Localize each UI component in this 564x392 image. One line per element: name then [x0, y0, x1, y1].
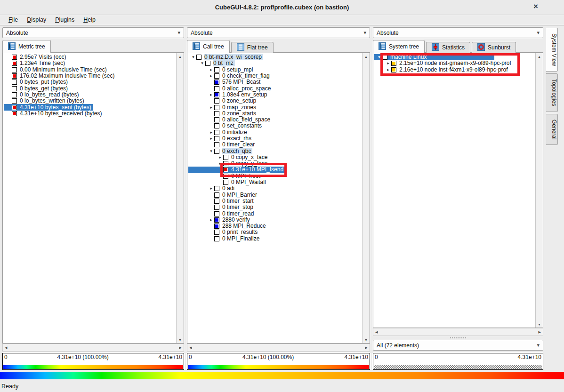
tree-row[interactable]: 288 MPI_Reduce [188, 223, 267, 229]
tree-row[interactable]: 0 MPI_Irecv [188, 173, 263, 179]
system-panel: Absolute ▾ System treeStatisticsSunburst… [373, 27, 543, 370]
tree-row[interactable]: 2.95e7 Visits (occ) [4, 54, 68, 60]
tree-row[interactable]: ▸1.08e4 env_setup [188, 92, 268, 98]
menu-help[interactable]: Help [79, 16, 100, 24]
tree-row[interactable]: 0 timer_start [188, 198, 255, 204]
scroll-right-icon[interactable]: ▶ [539, 330, 541, 334]
scroll-down-icon[interactable]: ▼ [177, 336, 184, 343]
tab-sunburst[interactable]: Sunburst [472, 42, 516, 53]
splitter-handle[interactable] [373, 336, 543, 339]
tree-row[interactable]: 0 io_bytes_written (bytes) [4, 98, 86, 104]
tree-row[interactable]: ▸0 adi [188, 185, 236, 192]
scroll-left-icon[interactable]: ◀ [189, 346, 192, 350]
expander-closed-icon[interactable]: ▸ [208, 92, 214, 98]
metric-vertical-scrollbar[interactable]: ▲ ▼ [176, 53, 184, 343]
tree-row[interactable]: 0.00 Minimum Inclusive Time (sec) [4, 67, 108, 73]
expander-closed-icon[interactable]: ▸ [217, 154, 223, 160]
tree-row[interactable]: 1.23e4 Time (sec) [4, 60, 66, 66]
tree-row[interactable]: 0 io_bytes_read (bytes) [4, 92, 80, 98]
tree-row[interactable]: 0 alloc_field_space [188, 117, 272, 123]
expander-open-icon[interactable]: ▾ [190, 54, 196, 60]
tree-row[interactable]: 4.31e+10 bytes_sent (bytes) [4, 104, 93, 110]
expander-closed-icon[interactable]: ▸ [208, 67, 214, 73]
expander-open-icon[interactable]: ▾ [208, 148, 214, 154]
call-vertical-scrollbar[interactable]: ▲ ▼ [362, 53, 370, 343]
tree-row[interactable]: ▸2880 verify [188, 217, 251, 223]
scroll-down-icon[interactable]: ▼ [363, 336, 370, 343]
scroll-up-icon[interactable]: ▲ [536, 53, 543, 60]
expander-closed-icon[interactable]: ▸ [208, 104, 214, 111]
call-horizontal-scrollbar[interactable]: ◀ ▶ [187, 344, 370, 352]
scroll-down-icon[interactable]: ▼ [536, 321, 543, 328]
tree-row[interactable]: ▸2.16e+10 node inst-f4xm1-x9-ol89-hpc-pr… [374, 67, 509, 73]
tree-row[interactable]: 0 print_results [188, 229, 259, 235]
tree-row[interactable]: 0 timer_read [188, 210, 255, 216]
tree-row[interactable]: ▸0 copy_y_face [188, 160, 269, 167]
side-tab-general[interactable]: General [546, 114, 558, 145]
system-horizontal-scrollbar[interactable]: ◀ ▶ [373, 328, 543, 336]
tree-row[interactable]: 0 timer_stop [188, 204, 255, 210]
metric-value-mode-dropdown[interactable]: Absolute ▾ [2, 27, 184, 38]
system-value-mode-dropdown[interactable]: Absolute ▾ [373, 27, 543, 38]
expander-closed-icon[interactable]: ▸ [208, 73, 214, 79]
tree-row[interactable]: ▾0 bt_mz [188, 60, 235, 66]
tree-row[interactable]: ▸0 map_zones [188, 104, 258, 110]
menu-display[interactable]: Display [23, 16, 51, 24]
scroll-up-icon[interactable]: ▲ [363, 53, 370, 60]
tree-row[interactable]: ▾0 exch_qbc [188, 148, 252, 154]
tree-row[interactable]: 0 MPI_Finalize [188, 236, 261, 242]
tree-row[interactable]: 0 alloc_proc_space [188, 85, 272, 91]
tab-flat-tree[interactable]: Flat tree [231, 42, 274, 53]
expander-closed-icon[interactable]: ▸ [208, 185, 214, 192]
tree-row[interactable]: ▸0 copy_x_face [188, 154, 269, 160]
tree-row[interactable]: ▸0 setup_mpi [188, 67, 254, 73]
expander-closed-icon[interactable]: ▸ [208, 129, 214, 136]
scroll-left-icon[interactable]: ◀ [375, 330, 378, 334]
tree-row[interactable]: 0 bytes_put (bytes) [4, 79, 69, 85]
expander-closed-icon[interactable]: ▸ [208, 136, 214, 142]
tree-row[interactable]: ▾machine Linux [374, 54, 494, 60]
expander-open-icon[interactable]: ▾ [376, 54, 382, 60]
expander-closed-icon[interactable]: ▸ [208, 217, 214, 223]
tree-row[interactable]: 576 MPI_Bcast [188, 79, 262, 85]
tree-row[interactable]: ▸0 initialize [188, 129, 249, 136]
call-value-mode-dropdown[interactable]: Absolute ▾ [187, 27, 370, 38]
tree-row[interactable]: 0 set_constants [188, 123, 263, 129]
metric-horizontal-scrollbar[interactable]: ◀ ▶ [2, 344, 184, 352]
tree-row[interactable]: ▸0 check_timer_flag [188, 73, 271, 79]
tree-row[interactable]: ▾0 bt-mz.D.x_wi_scorep [188, 54, 263, 60]
tree-row[interactable]: 4.31e+10 bytes_received (bytes) [4, 111, 103, 117]
system-vertical-scrollbar[interactable]: ▲ ▼ [535, 53, 543, 328]
tab-statistics[interactable]: Statistics [426, 42, 470, 53]
expander-closed-icon[interactable]: ▸ [385, 60, 391, 66]
scroll-right-icon[interactable]: ▶ [365, 346, 368, 350]
tree-row[interactable]: 0 zone_setup [188, 98, 258, 104]
side-tab-topologies[interactable]: Topologies [546, 73, 558, 112]
tree-row-label: 0 exact_rhs [222, 136, 253, 142]
tab-system-tree[interactable]: System tree [373, 40, 425, 53]
indent-spacer [188, 95, 208, 95]
expander-closed-icon[interactable]: ▸ [217, 160, 223, 167]
close-icon[interactable]: × [533, 2, 538, 10]
tree-row[interactable]: 4.31e+10 MPI_Isend [188, 167, 285, 173]
tree-row[interactable]: 0 MPI_Barrier [188, 192, 258, 198]
tree-row[interactable]: ▸0 exact_rhs [188, 136, 253, 142]
tree-row[interactable]: 0 timer_clear [188, 142, 256, 148]
side-tab-system-view[interactable]: System View [546, 28, 558, 72]
system-filter-dropdown[interactable]: All (72 elements) ▾ [373, 340, 543, 351]
tree-row[interactable]: 0 zone_starts [188, 111, 258, 117]
tree-row[interactable]: ▸2.15e+10 node inst-gmaem-x9-ol89-hpc-pr… [374, 60, 513, 66]
menu-plugins[interactable]: Plugins [51, 16, 79, 24]
tree-row[interactable]: 0 MPI_Waitall [188, 179, 267, 185]
menu-file[interactable]: File [4, 16, 23, 24]
tab-call-tree[interactable]: Call tree [187, 40, 230, 53]
scroll-up-icon[interactable]: ▲ [177, 53, 184, 60]
tab-metric-tree[interactable]: Metric tree [2, 40, 51, 53]
expander-open-icon[interactable]: ▾ [199, 60, 205, 66]
expander-closed-icon[interactable]: ▸ [385, 67, 391, 73]
tree-row[interactable]: 0 bytes_get (bytes) [4, 85, 69, 91]
scroll-right-icon[interactable]: ▶ [179, 346, 182, 350]
tree-row[interactable]: 176.02 Maximum Inclusive Time (sec) [4, 73, 116, 79]
scroll-left-icon[interactable]: ◀ [5, 346, 7, 350]
indent-spacer [374, 63, 385, 64]
